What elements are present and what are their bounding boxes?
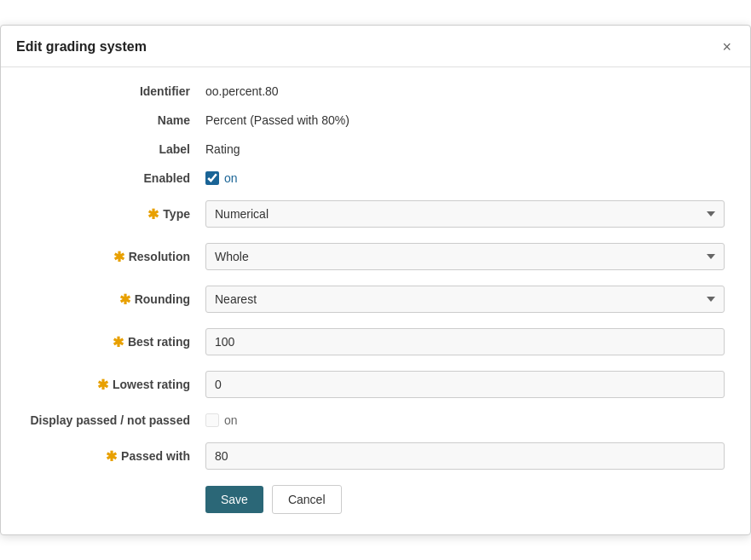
- name-label: Name: [26, 113, 205, 127]
- label-value: Rating: [205, 142, 725, 156]
- rounding-row: ✱ Rounding Nearest Up Down: [26, 286, 725, 313]
- passed-with-value: [205, 442, 725, 470]
- identifier-value: oo.percent.80: [205, 84, 725, 98]
- modal-header: Edit grading system ×: [1, 26, 750, 67]
- type-row: ✱ Type Numerical Letters Percentage: [26, 200, 725, 228]
- close-button[interactable]: ×: [719, 38, 735, 56]
- lowest-rating-value: [205, 371, 725, 398]
- lowest-rating-required-star: ✱: [97, 377, 108, 393]
- resolution-row: ✱ Resolution Whole Half Quarter: [26, 243, 725, 270]
- passed-with-row: ✱ Passed with: [26, 442, 725, 470]
- save-button[interactable]: Save: [205, 486, 263, 513]
- best-rating-row: ✱ Best rating: [26, 328, 725, 355]
- enabled-row: Enabled on: [26, 171, 725, 185]
- display-passed-on-label: on: [224, 413, 238, 427]
- enabled-checkbox-row: on: [205, 171, 725, 185]
- resolution-value: Whole Half Quarter: [205, 243, 725, 270]
- display-passed-value: on: [205, 413, 725, 427]
- best-rating-label: ✱ Best rating: [26, 334, 205, 350]
- rounding-label: ✱ Rounding: [26, 292, 205, 308]
- display-passed-label: Display passed / not passed: [26, 413, 205, 427]
- cancel-button[interactable]: Cancel: [272, 485, 342, 514]
- enabled-on-label: on: [224, 171, 238, 185]
- enabled-value: on: [205, 171, 725, 185]
- name-value: Percent (Passed with 80%): [205, 113, 725, 127]
- display-passed-checkbox[interactable]: [205, 413, 219, 427]
- resolution-required-star: ✱: [113, 249, 124, 265]
- type-required-star: ✱: [147, 206, 159, 222]
- identifier-label: Identifier: [26, 84, 205, 98]
- modal-body: Identifier oo.percent.80 Name Percent (P…: [1, 67, 750, 534]
- type-value: Numerical Letters Percentage: [205, 200, 725, 228]
- lowest-rating-row: ✱ Lowest rating: [26, 371, 725, 398]
- lowest-rating-input[interactable]: [205, 371, 725, 398]
- type-label: ✱ Type: [26, 206, 205, 222]
- resolution-select[interactable]: Whole Half Quarter: [205, 243, 725, 270]
- identifier-row: Identifier oo.percent.80: [26, 84, 725, 98]
- passed-with-input[interactable]: [205, 442, 725, 470]
- edit-grading-modal: Edit grading system × Identifier oo.perc…: [0, 25, 751, 535]
- passed-with-required-star: ✱: [106, 448, 117, 465]
- display-passed-checkbox-row: on: [205, 413, 725, 427]
- best-rating-required-star: ✱: [113, 334, 124, 350]
- name-row: Name Percent (Passed with 80%): [26, 113, 725, 127]
- resolution-label: ✱ Resolution: [26, 249, 205, 265]
- type-select[interactable]: Numerical Letters Percentage: [205, 200, 725, 228]
- rounding-select[interactable]: Nearest Up Down: [205, 286, 725, 313]
- rounding-required-star: ✱: [119, 292, 130, 308]
- best-rating-value: [205, 328, 725, 355]
- best-rating-input[interactable]: [205, 328, 725, 355]
- display-passed-row: Display passed / not passed on: [26, 413, 725, 427]
- lowest-rating-label: ✱ Lowest rating: [26, 377, 205, 393]
- rounding-value: Nearest Up Down: [205, 286, 725, 313]
- form-actions: Save Cancel: [26, 485, 725, 514]
- enabled-label: Enabled: [26, 171, 205, 185]
- label-label: Label: [26, 142, 205, 156]
- passed-with-label: ✱ Passed with: [26, 448, 205, 465]
- modal-title: Edit grading system: [16, 39, 147, 55]
- label-row: Label Rating: [26, 142, 725, 156]
- enabled-checkbox[interactable]: [205, 171, 219, 185]
